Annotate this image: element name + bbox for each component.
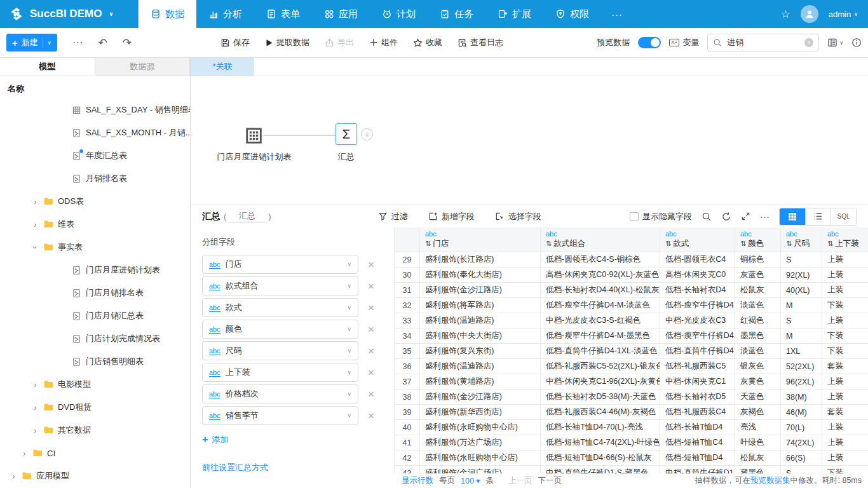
table-row[interactable]: 29盛利服饰(长江路店)低档-圆领毛衣C4-S-铜棕色低档-圆领毛衣C4铜棕色S…	[395, 252, 868, 268]
table-row[interactable]: 40盛利服饰(永旺购物中心店)低档-长袖T恤D4-70(L)-亮浅低档-长袖T恤…	[395, 420, 868, 435]
variable-button[interactable]: X≡ 变量	[669, 37, 699, 48]
preview-dataset-link[interactable]: 预览数据集	[750, 476, 790, 485]
expand-icon[interactable]	[741, 212, 750, 221]
save-button[interactable]: 保存	[220, 37, 250, 48]
tree-item[interactable]: 门店月度进销计划表	[0, 259, 190, 281]
tree-item[interactable]: 门店销售明细表	[0, 350, 190, 373]
nav-tab-task[interactable]: 任务	[428, 0, 485, 28]
more-icon[interactable]: ···	[760, 211, 770, 222]
tree-expand-icon[interactable]: ›	[32, 220, 39, 229]
more-icon[interactable]: ···	[72, 36, 83, 49]
layout-button[interactable]: ∨	[827, 37, 843, 48]
add-node-icon[interactable]: +	[361, 128, 373, 140]
tree-item[interactable]: ›DVD租赁	[0, 396, 190, 419]
tree-item[interactable]: ›维表	[0, 213, 190, 236]
nav-tab-analysis[interactable]: 分析	[196, 0, 254, 28]
group-field-select[interactable]: abc颜色∨	[202, 320, 358, 339]
remove-field-icon[interactable]: ×	[368, 302, 374, 313]
search-icon[interactable]	[702, 212, 712, 222]
table-row[interactable]: 42盛利服饰(永旺购物中心店)低档-短袖T恤D4-66(S)-松鼠灰低档-短袖T…	[395, 451, 868, 466]
table-row[interactable]: 39盛利服饰(新华西街店)低档-礼服西装C4-46(M)-灰褐色低档-礼服西装C…	[395, 405, 868, 420]
tree-item[interactable]: ›电影模型	[0, 373, 190, 396]
log-button[interactable]: 查看日志	[458, 37, 503, 48]
show-rows-link[interactable]: 显示行数	[402, 475, 433, 486]
selectfield-button[interactable]: 选择字段	[495, 211, 541, 222]
info-icon[interactable]	[851, 37, 862, 48]
column-header[interactable]: abc⇅尺码	[781, 227, 822, 252]
group-field-select[interactable]: abc款式∨	[202, 298, 358, 317]
group-field-select[interactable]: abc款式组合∨	[202, 276, 358, 295]
nav-tab-app[interactable]: 应用	[312, 0, 370, 28]
table-row[interactable]: 37盛利服饰(黄埔路店)中档-休闲夹克C1-96(2XL)-灰黄色中档-休闲夹克…	[395, 374, 868, 390]
addfield-button[interactable]: 新增字段	[428, 211, 475, 222]
tree-expand-icon[interactable]: ›	[21, 449, 28, 458]
table-row[interactable]: 41盛利服饰(万达广场店)低档-短袖T恤C4-74(2XL)-叶绿色低档-短袖T…	[395, 435, 868, 451]
table-node[interactable]	[245, 127, 262, 144]
goto-aggregation-link[interactable]: 前往设置汇总方式	[202, 462, 394, 473]
tree-item[interactable]: ›ODS表	[0, 190, 190, 213]
tree-expand-icon[interactable]: ›	[32, 403, 39, 412]
nav-tab-perm[interactable]: 权限	[543, 0, 601, 28]
filter-button[interactable]: 过滤	[378, 211, 408, 222]
remove-field-icon[interactable]: ×	[368, 389, 374, 400]
sort-icon[interactable]: ⇅	[665, 240, 671, 248]
view-sql-button[interactable]: SQL	[831, 208, 856, 225]
sort-icon[interactable]: ⇅	[827, 240, 833, 248]
view-list-button[interactable]	[805, 208, 831, 225]
favorite-star-icon[interactable]: ☆	[780, 8, 790, 21]
column-header[interactable]: abc⇅款式	[660, 227, 735, 252]
checkbox[interactable]	[630, 212, 639, 221]
search-input[interactable]	[726, 37, 789, 48]
tree-item[interactable]: ›应用模型	[0, 464, 190, 487]
table-row[interactable]: 33盛利服饰(温迪路店)中档-光皮皮衣C3-S-红褐色中档-光皮皮衣C3红褐色S…	[395, 313, 868, 329]
nav-tab-form[interactable]: 表单	[254, 0, 312, 28]
tree-item[interactable]: ›事实表	[0, 236, 190, 259]
avatar[interactable]	[801, 5, 818, 23]
tree-item[interactable]: ›其它数据	[0, 419, 190, 442]
clear-search-icon[interactable]: ×	[804, 38, 813, 47]
tree-item[interactable]: 门店计划完成情况表	[0, 327, 190, 350]
table-row[interactable]: 32盛利服饰(将军路店)低档-瘦窄牛仔裤D4-M-淡蓝色低档-瘦窄牛仔裤D4淡蓝…	[395, 298, 868, 313]
column-header[interactable]: abc⇅颜色	[735, 227, 781, 252]
sort-icon[interactable]: ⇅	[786, 240, 792, 248]
extract-button[interactable]: 提取数据	[265, 37, 309, 48]
column-header[interactable]: abc⇅上下装	[822, 227, 868, 252]
preview-data-toggle[interactable]	[638, 37, 661, 48]
undo-icon[interactable]: ↶	[98, 36, 107, 50]
column-header[interactable]: abc⇅款式组合	[541, 227, 660, 252]
tree-item[interactable]: 年度汇总表	[0, 144, 190, 167]
group-field-select[interactable]: abc尺码∨	[202, 341, 358, 360]
brand[interactable]: SuccBI DEMO ∨	[0, 0, 139, 28]
node-name-input[interactable]: 汇总	[229, 210, 266, 222]
tab-relation[interactable]: *关联	[191, 58, 254, 76]
tab-model[interactable]: 模型	[0, 58, 95, 76]
tree-expand-icon[interactable]: ›	[32, 198, 39, 206]
favorite-button[interactable]: 收藏	[413, 37, 442, 48]
nav-tab-extend[interactable]: 扩展	[485, 0, 543, 28]
sum-node[interactable]: Σ	[336, 123, 357, 145]
per-page-select[interactable]: 100 ▾	[461, 476, 480, 485]
tree-expand-icon[interactable]: ›	[32, 381, 39, 389]
refresh-icon[interactable]	[721, 212, 731, 222]
sort-icon[interactable]: ⇅	[546, 240, 552, 248]
remove-field-icon[interactable]: ×	[368, 346, 374, 356]
remove-field-icon[interactable]: ×	[368, 259, 374, 270]
table-row[interactable]: 35盛利服饰(复兴东街)低档-直筒牛仔裤D4-1XL-淡蓝色低档-直筒牛仔裤D4…	[395, 344, 868, 359]
table-row[interactable]: 31盛利服饰(金沙江路店)低档-长袖衬衣D4-40(XL)-松鼠灰低档-长袖衬衣…	[395, 283, 868, 298]
show-hidden-fields[interactable]: 显示隐藏字段	[630, 211, 692, 222]
tree-item[interactable]: SAL_F_XS_DAY - 销售明细表	[0, 98, 190, 121]
tree-item[interactable]: 门店月销汇总表	[0, 304, 190, 327]
tree-expand-icon[interactable]: ›	[10, 472, 17, 480]
add-field-link[interactable]: + 添加	[202, 434, 394, 445]
nav-more-button[interactable]: ···	[601, 0, 633, 28]
table-row[interactable]: 38盛利服饰(金沙江路店)低档-长袖衬衣D5-38(M)-天蓝色低档-长袖衬衣D…	[395, 390, 868, 405]
redo-icon[interactable]: ↷	[123, 36, 132, 50]
sort-icon[interactable]: ⇅	[740, 240, 746, 248]
group-field-select[interactable]: abc门店∨	[202, 255, 358, 274]
tree-item[interactable]: 门店月销排名表	[0, 281, 190, 304]
component-button[interactable]: 组件	[369, 37, 398, 48]
sort-icon[interactable]: ⇅	[425, 240, 431, 248]
user-menu[interactable]: admin ∨	[829, 10, 858, 19]
table-row[interactable]: 36盛利服饰(温迪路店)低档-礼服西装C5-52(2XL)-银灰色低档-礼服西装…	[395, 359, 868, 374]
view-grid-button[interactable]	[780, 208, 805, 225]
